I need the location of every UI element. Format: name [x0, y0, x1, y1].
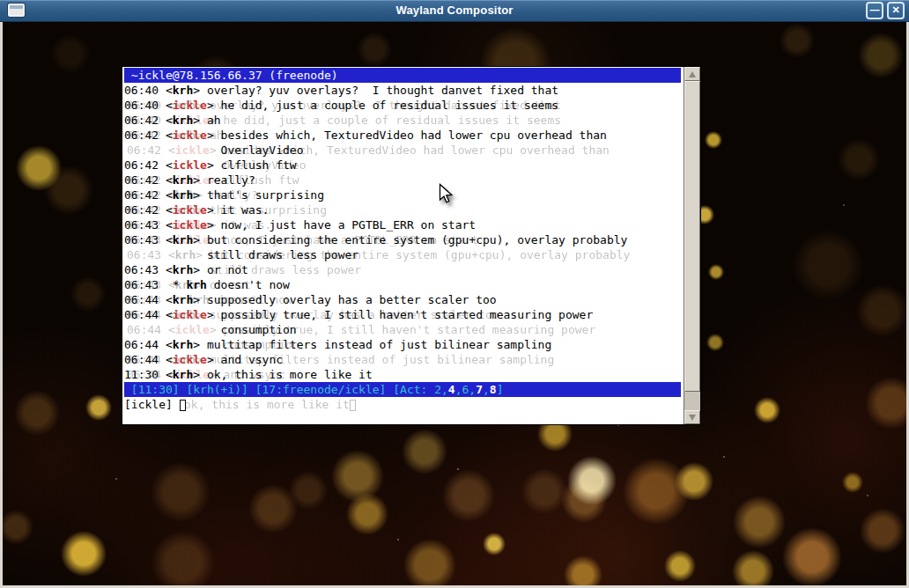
text-segment: 06:43 < [124, 218, 173, 232]
text-segment: ickle [173, 99, 207, 112]
text-segment: ickle [173, 218, 207, 232]
text-segment: > supposedly overlay has a better scaler… [193, 293, 496, 306]
chat-line: 06:44 <krh> supposedly overlay has a bet… [124, 292, 627, 307]
chat-line: 06:44 <ickle> possibly true, I still hav… [124, 307, 627, 322]
chat-line: still draws less power [124, 247, 627, 262]
minimize-icon: — [870, 4, 880, 15]
chat-line: 06:44 <ickle> and vsync [124, 352, 627, 367]
status-bar: [11:30] [krh(+i)] [17:freenode/ickle] [A… [124, 382, 681, 397]
chat-line: 06:42 <krh> ah [124, 113, 627, 128]
text-segment: krh [173, 173, 193, 187]
chat-line: 06:42 <ickle> besides which, TexturedVid… [124, 128, 627, 143]
scroll-up-button[interactable] [684, 67, 700, 81]
scrollbar-thumb[interactable] [684, 81, 700, 392]
text-segment: 06:40 < [124, 99, 173, 112]
text-segment: 06:43 < [124, 233, 173, 246]
text-segment: > now, I just have a PGTBL_ERR on start [207, 218, 476, 232]
chat-line: 11:30 <krh> ok, this is more like it [124, 367, 627, 382]
text-segment: > ok, this is more like it [193, 368, 373, 381]
text-segment: ickle [173, 203, 207, 217]
chat-line: 06:40 <ickle> he did, just a couple of r… [124, 98, 627, 113]
chat-lines: 06:40 <krh> overlay? yuv overlays? I tho… [124, 83, 627, 382]
text-segment: consumption [124, 323, 297, 336]
text-segment: 06:42 < [124, 203, 173, 217]
text-segment: ickle [173, 353, 207, 366]
titlebar[interactable]: Wayland Compositor — ✕ [0, 0, 909, 22]
text-segment: > clflush ftw [207, 158, 297, 172]
text-segment: 06:44 < [124, 338, 173, 351]
chat-line: 06:43 <krh> or not [124, 262, 627, 277]
text-segment: ickle [173, 308, 207, 321]
text-cursor [180, 400, 186, 411]
text-segment: 11:30 < [124, 368, 173, 381]
wayland-compositor-window: { "window": { "title": "Wayland Composit… [0, 0, 909, 588]
text-segment: 06:44 < [124, 308, 173, 321]
input-line[interactable]: [ickle] ok, this is more like it [124, 397, 681, 412]
text-segment: [11:30] [krh(+i)] [17:freenode/ickle] [A… [124, 383, 448, 396]
text-segment: > he did, just a couple of residual issu… [207, 99, 558, 112]
text-segment: krh [186, 278, 206, 291]
text-segment: > it was. [207, 203, 269, 217]
text-segment: , [483, 383, 490, 396]
chat-line: 06:40 <krh> overlay? yuv overlays? I tho… [124, 83, 627, 98]
text-segment: ickle [173, 129, 207, 142]
chat-line: 06:44 <krh> multitap filters instead of … [124, 337, 627, 352]
text-segment: still draws less power [124, 248, 358, 261]
text-segment: 7 [476, 383, 483, 396]
chat-line: 06:42 <krh> really? [124, 173, 627, 187]
chat-line: 06:42 <ickle> it was. [124, 202, 627, 217]
text-segment: krh [173, 188, 193, 202]
text-segment: > besides which, TexturedVideo had lower… [207, 129, 607, 142]
chat-line: 06:42 <ickle> clflush ftw [124, 158, 627, 173]
chat-line: 06:43 <krh> but considering the entire s… [124, 232, 627, 247]
status-text: [11:30] [krh(+i)] [17:freenode/ickle] [A… [124, 382, 681, 397]
scrollbar[interactable] [684, 67, 700, 424]
text-segment: 06:44 < [124, 353, 173, 366]
arrow-down-icon [689, 415, 696, 421]
topic-bar: ~ickle@78.156.66.37 (freenode) [124, 68, 681, 83]
text-segment: ickle [173, 158, 207, 172]
close-icon: ✕ [891, 4, 899, 15]
minimize-button[interactable]: — [866, 2, 883, 19]
text-segment: 06:40 < [124, 84, 173, 97]
text-segment: 4 [448, 383, 455, 396]
text-segment: 06:42 < [124, 158, 173, 172]
text-segment: krh [173, 293, 193, 306]
text-segment: > and vsync [207, 353, 283, 366]
text-segment: ,6, [455, 383, 476, 396]
text-segment: 06:42 < [124, 129, 173, 142]
input-prompt: [ickle] [124, 398, 180, 411]
chat-line: 06:43 * krh doesn't now [124, 277, 627, 292]
chat-area: 06:40 <krh> overlay? yuv overlays? I tho… [124, 83, 683, 382]
chat-line: 06:43 <ickle> now, I just have a PGTBL_E… [124, 217, 627, 232]
text-segment: > overlay? yuv overlays? I thought danve… [193, 84, 558, 97]
text-segment: krh [173, 338, 193, 351]
chat-line: consumption [124, 322, 627, 337]
chat-line: OverlayVideo [124, 143, 627, 158]
text-segment: krh [173, 233, 193, 246]
window-title: Wayland Compositor [0, 4, 909, 17]
text-segment: krh [173, 368, 193, 381]
text-segment: ] [497, 383, 504, 396]
text-segment: doesn't now [207, 278, 290, 291]
chat-line: 06:42 <krh> that's surprising [124, 187, 627, 202]
text-segment: 06:43 < [124, 263, 173, 276]
text-segment: krh [173, 114, 193, 127]
text-segment: krh [173, 84, 193, 97]
text-segment: 06:42 < [124, 188, 173, 202]
text-segment: > ah [193, 114, 220, 127]
text-segment: > multitap filters instead of just bilin… [193, 338, 551, 351]
terminal-window[interactable]: ~ickle@78.156.66.37 (freenode) 06:40 <kr… [122, 66, 701, 425]
scroll-down-button[interactable] [684, 410, 700, 424]
text-segment: > possibly true, I still haven't started… [207, 308, 593, 321]
text-segment: 8 [490, 383, 497, 396]
close-button[interactable]: ✕ [887, 2, 905, 19]
ghost-text-cursor [350, 400, 356, 411]
text-segment: krh [173, 263, 193, 276]
input-ghost: ok, this is more like it [184, 397, 356, 412]
text-segment: 06:42 < [124, 114, 173, 127]
text-segment: > or not [193, 263, 248, 276]
text-segment: 06:43 * [124, 278, 186, 291]
text-segment: > that's surprising [193, 188, 324, 202]
text-segment: 06:42 < [124, 173, 173, 187]
